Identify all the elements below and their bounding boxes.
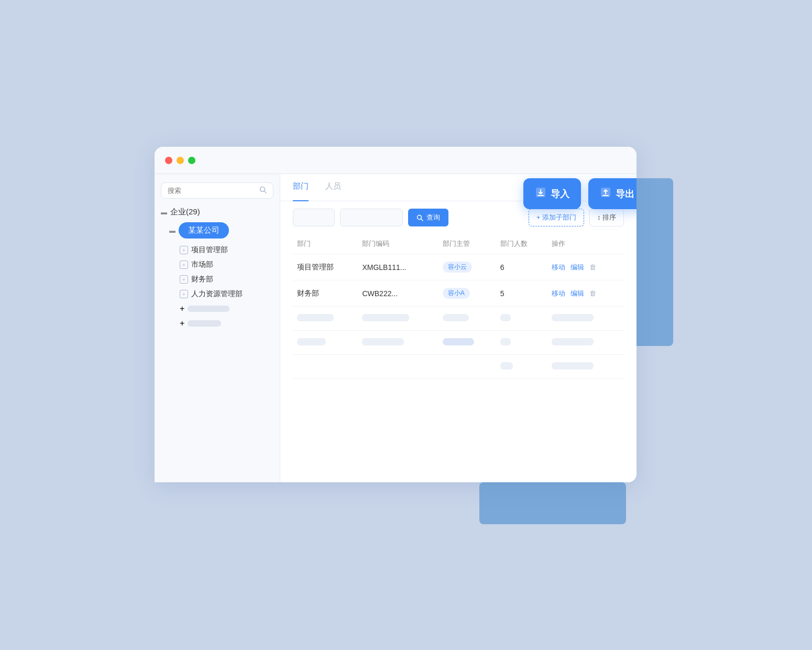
import-icon xyxy=(535,187,546,201)
dept-item-2[interactable]: + 财务部 xyxy=(180,272,273,287)
sort-label: ↕ 排序 xyxy=(597,213,616,222)
table-row-blurred-1 xyxy=(293,307,624,331)
traffic-lights xyxy=(165,157,195,164)
cell-code-0: XMGLB111... xyxy=(358,254,438,280)
dept-item-3[interactable]: + 人力资源管理部 xyxy=(180,287,273,301)
enterprise-collapse-icon[interactable]: ▬ xyxy=(161,209,167,216)
import-button[interactable]: 导入 xyxy=(523,178,581,209)
deco-block-bottom xyxy=(479,482,626,524)
titlebar xyxy=(155,147,637,174)
company-badge[interactable]: 某某公司 xyxy=(179,222,229,239)
cell-manager-1: 容小A xyxy=(438,280,496,307)
cell-action-1: 移动 编辑 🗑 xyxy=(547,280,624,307)
cell-count-1: 5 xyxy=(496,280,547,307)
dept-blur-line-2 xyxy=(188,320,221,327)
tree-root: ▬ 企业(29) ▬ 某某公司 + 项目管理部 + xyxy=(161,207,273,331)
cell-action-0: 移动 编辑 🗑 xyxy=(547,254,624,280)
table-row: 财务部 CWB222... 容小A 5 移动 编辑 🗑 xyxy=(293,280,624,307)
expand-icon-3[interactable]: + xyxy=(180,290,188,298)
dept-item-0[interactable]: + 项目管理部 xyxy=(180,243,273,257)
main-panel: 导入 导出 xyxy=(280,174,637,482)
add-sub-dept-button[interactable]: + 添加子部门 xyxy=(529,209,584,226)
expand-icon-2[interactable]: + xyxy=(180,275,188,284)
import-label: 导入 xyxy=(551,188,569,200)
search-input[interactable] xyxy=(168,187,259,194)
traffic-light-yellow[interactable] xyxy=(177,157,184,164)
tab-person[interactable]: 人员 xyxy=(325,174,341,201)
col-header-manager: 部门主管 xyxy=(438,234,496,254)
manager-tag-1: 容小A xyxy=(443,288,470,299)
cell-count-0: 6 xyxy=(496,254,547,280)
table-wrap: 部门 部门编码 部门主管 部门人数 操作 项目管理部 XMGLB1 xyxy=(280,234,637,379)
col-header-count: 部门人数 xyxy=(496,234,547,254)
toolbar-input-1[interactable] xyxy=(293,209,335,226)
company-node[interactable]: ▬ 某某公司 xyxy=(169,222,273,239)
action-del-0[interactable]: 🗑 xyxy=(589,263,596,271)
dept-name-1: 市场部 xyxy=(191,260,213,269)
table-row-blurred-2 xyxy=(293,331,624,355)
tab-dept[interactable]: 部门 xyxy=(293,174,309,201)
cell-dept-0: 项目管理部 xyxy=(293,254,358,280)
cell-dept-1: 财务部 xyxy=(293,280,358,307)
cell-manager-0: 容小云 xyxy=(438,254,496,280)
dept-item-blurred-1: + xyxy=(180,301,273,316)
col-header-dept: 部门 xyxy=(293,234,358,254)
svg-line-1 xyxy=(265,191,267,193)
dept-name-0: 项目管理部 xyxy=(191,245,228,255)
dept-blur-line-1 xyxy=(188,306,229,312)
col-header-action: 操作 xyxy=(547,234,624,254)
enterprise-node[interactable]: ▬ 企业(29) xyxy=(161,207,273,217)
action-move-1[interactable]: 移动 xyxy=(552,289,565,297)
company-collapse-icon[interactable]: ▬ xyxy=(169,227,175,234)
dept-item-blurred-2: + xyxy=(180,316,273,331)
content-area: ▬ 企业(29) ▬ 某某公司 + 项目管理部 + xyxy=(155,174,637,482)
query-label: 查询 xyxy=(426,213,440,222)
traffic-light-green[interactable] xyxy=(188,157,195,164)
traffic-light-red[interactable] xyxy=(165,157,172,164)
search-icon xyxy=(259,186,267,195)
dept-name-3: 人力资源管理部 xyxy=(191,289,243,299)
action-edit-0[interactable]: 编辑 xyxy=(570,263,584,271)
app-window: ▬ 企业(29) ▬ 某某公司 + 项目管理部 + xyxy=(155,147,637,482)
dept-item-1[interactable]: + 市场部 xyxy=(180,257,273,272)
dept-name-2: 财务部 xyxy=(191,275,213,284)
search-bar[interactable] xyxy=(161,182,273,199)
sort-button[interactable]: ↕ 排序 xyxy=(589,209,624,226)
query-search-icon xyxy=(416,214,423,221)
deco-block-right xyxy=(631,178,673,346)
enterprise-label: 企业(29) xyxy=(170,207,200,217)
add-sub-dept-label: + 添加子部门 xyxy=(536,213,576,222)
query-button[interactable]: 查询 xyxy=(408,209,448,226)
action-del-1[interactable]: 🗑 xyxy=(589,289,596,297)
cell-code-1: CWB222... xyxy=(358,280,438,307)
export-button[interactable]: 导出 xyxy=(588,178,637,209)
expand-icon-blurred-2: + xyxy=(180,319,184,328)
expand-icon-blurred-1: + xyxy=(180,304,184,313)
export-label: 导出 xyxy=(616,188,634,200)
svg-line-5 xyxy=(421,219,423,221)
sidebar: ▬ 企业(29) ▬ 某某公司 + 项目管理部 + xyxy=(155,174,280,482)
table-row: 项目管理部 XMGLB111... 容小云 6 移动 编辑 🗑 xyxy=(293,254,624,280)
manager-tag-0: 容小云 xyxy=(443,262,472,273)
expand-icon-1[interactable]: + xyxy=(180,261,188,269)
table-row-blurred-3 xyxy=(293,355,624,379)
export-icon xyxy=(600,187,611,201)
toolbar-input-2[interactable] xyxy=(340,209,403,226)
dept-table: 部门 部门编码 部门主管 部门人数 操作 项目管理部 XMGLB1 xyxy=(293,234,624,379)
action-edit-1[interactable]: 编辑 xyxy=(570,289,584,297)
floating-btns: 导入 导出 xyxy=(523,178,637,209)
dept-list: + 项目管理部 + 市场部 + 财务部 + 人力 xyxy=(180,243,273,331)
expand-icon-0[interactable]: + xyxy=(180,246,188,254)
col-header-code: 部门编码 xyxy=(358,234,438,254)
action-move-0[interactable]: 移动 xyxy=(552,263,565,271)
